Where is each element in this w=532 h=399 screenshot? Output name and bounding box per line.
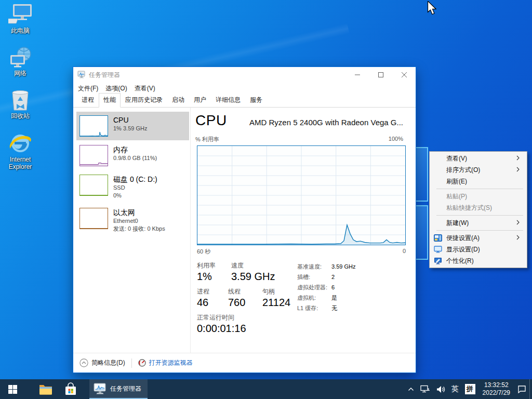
performance-sidebar: CPU 1% 3.59 GHz 内存 0.9/8.0 GB (11%) 磁盘 <box>73 108 191 353</box>
tab-processes[interactable]: 进程 <box>77 93 99 108</box>
sidebar-cpu-stats: 1% 3.59 GHz <box>113 125 147 132</box>
network-icon <box>8 46 32 69</box>
taskbar: 任务管理器 英 拼 13:32:52 2022/7/29 <box>0 379 532 399</box>
detail-l1-cache-label: L1 缓存: <box>297 303 331 313</box>
taskbar-task-manager-button[interactable]: 任务管理器 <box>89 379 148 399</box>
context-menu-sort-by[interactable]: 排序方式(O) <box>430 164 527 176</box>
tab-users[interactable]: 用户 <box>189 93 211 108</box>
sidebar-item-disk[interactable]: 磁盘 0 (C: D:) SSD 0% <box>76 171 189 203</box>
context-menu-quick-settings[interactable]: 便捷设置(A) <box>430 232 527 244</box>
menu-options[interactable]: 选项(O) <box>105 84 127 93</box>
sidebar-item-ethernet[interactable]: 以太网 Ethernet0 发送: 0 接收: 0 Kbps <box>76 204 189 236</box>
taskbar-file-explorer-button[interactable] <box>33 379 58 399</box>
minimize-icon <box>355 72 360 77</box>
desktop-icon-internet-explorer[interactable]: Internet Explorer <box>1 131 39 170</box>
stat-threads-value: 760 <box>228 296 255 309</box>
task-manager-footer: 简略信息(D) 打开资源监视器 <box>73 353 416 373</box>
display-settings-icon <box>434 246 442 253</box>
context-menu-display-settings[interactable]: 显示设置(D) <box>430 244 527 255</box>
open-resource-monitor-link[interactable]: 打开资源监视器 <box>138 358 193 367</box>
context-menu-refresh[interactable]: 刷新(E) <box>430 176 527 187</box>
taskbar-store-button[interactable] <box>58 379 83 399</box>
chevron-up-icon <box>408 387 414 391</box>
detail-virtual-processors-value: 6 <box>331 282 335 292</box>
start-button[interactable] <box>0 379 25 399</box>
menu-view[interactable]: 查看(V) <box>135 84 155 93</box>
tray-volume-icon[interactable] <box>433 379 448 399</box>
task-manager-app-icon <box>77 71 86 79</box>
sidebar-cpu-title: CPU <box>113 115 147 125</box>
tab-app-history[interactable]: 应用历史记录 <box>121 93 167 108</box>
desktop-icon-network[interactable]: 网络 <box>1 46 39 77</box>
mouse-cursor <box>427 1 436 15</box>
desktop-icon-recycle-bin[interactable]: 回收站 <box>1 88 39 119</box>
maximize-icon <box>378 72 383 77</box>
close-button[interactable] <box>392 67 416 83</box>
cpu-utilization-chart <box>197 145 406 245</box>
title-bar[interactable]: 任务管理器 <box>73 67 416 83</box>
context-menu-paste-shortcut: 粘贴快捷方式(S) <box>430 202 527 214</box>
tray-overflow-chevron[interactable] <box>405 379 417 399</box>
stat-processes-label: 进程 <box>197 287 221 296</box>
chart-x-left-label: 60 秒 <box>197 248 210 256</box>
detail-base-speed-label: 基准速度: <box>297 261 331 272</box>
recycle-bin-icon <box>9 88 31 111</box>
stat-uptime-label: 正常运行时间 <box>197 313 320 322</box>
tab-services[interactable]: 服务 <box>245 93 267 108</box>
tray-network-icon[interactable] <box>417 379 433 399</box>
context-menu-view[interactable]: 查看(V) <box>430 153 527 164</box>
maximize-button[interactable] <box>369 67 392 83</box>
menu-file[interactable]: 文件(F) <box>78 84 98 93</box>
stat-threads-label: 线程 <box>228 287 255 296</box>
show-desktop-button[interactable] <box>529 379 532 399</box>
action-center-button[interactable] <box>514 379 529 399</box>
tray-ime-mode[interactable]: 拼 <box>462 379 478 399</box>
sidebar-item-memory[interactable]: 内存 0.9/8.0 GB (11%) <box>76 141 189 170</box>
sidebar-ethernet-title: 以太网 <box>113 208 165 217</box>
sidebar-item-cpu[interactable]: CPU 1% 3.59 GHz <box>76 112 189 140</box>
task-manager-taskbar-icon <box>94 382 107 395</box>
submenu-arrow-icon <box>516 155 520 161</box>
submenu-arrow-icon <box>516 220 520 225</box>
tab-performance[interactable]: 性能 <box>99 93 121 108</box>
sidebar-memory-stats: 0.9/8.0 GB (11%) <box>113 154 157 162</box>
quick-settings-icon <box>434 234 442 242</box>
minimize-button[interactable] <box>345 67 369 83</box>
chart-y-max-label: 100% <box>389 136 403 143</box>
summary-view-toggle[interactable]: 简略信息(D) <box>79 358 125 367</box>
tray-clock[interactable]: 13:32:52 2022/7/29 <box>478 381 514 397</box>
chart-x-right-label: 0 <box>403 248 406 256</box>
sidebar-ethernet-stats: 发送: 0 接收: 0 Kbps <box>113 225 165 233</box>
close-icon <box>402 72 407 77</box>
context-menu-new[interactable]: 新建(W) <box>430 217 527 229</box>
stat-speed-value: 3.59 GHz <box>231 270 275 283</box>
sidebar-memory-title: 内存 <box>113 145 157 154</box>
context-menu-personalize[interactable]: 个性化(R) <box>430 255 527 267</box>
sidebar-disk-type: SSD <box>113 184 157 192</box>
tab-details[interactable]: 详细信息 <box>211 93 245 108</box>
stat-utilization-value: 1% <box>197 270 224 283</box>
network-status-icon <box>420 385 430 393</box>
stat-uptime-value: 0:00:01:16 <box>197 322 320 335</box>
performance-main-pane: CPU AMD Ryzen 5 2400G with Radeon Vega G… <box>191 108 416 353</box>
clock-time: 13:32:52 <box>483 381 510 389</box>
ime-pinyin-badge: 拼 <box>465 384 475 394</box>
ethernet-thumbnail-chart <box>79 208 108 229</box>
desktop-icon-label: Internet Explorer <box>1 156 39 170</box>
internet-explorer-icon <box>8 131 32 155</box>
cpu-thumbnail-chart <box>79 115 108 137</box>
context-menu-separator <box>436 189 523 189</box>
desktop-icon-this-pc[interactable]: 此电脑 <box>1 3 39 34</box>
context-menu-separator <box>436 215 523 216</box>
desktop-icon-label: 此电脑 <box>1 27 39 34</box>
microsoft-store-icon <box>64 382 77 396</box>
tab-startup[interactable]: 启动 <box>167 93 189 108</box>
personalize-icon <box>434 257 442 264</box>
detail-virtual-processors-label: 虚拟处理器: <box>297 282 331 292</box>
detail-sockets-label: 插槽: <box>297 272 331 282</box>
submenu-arrow-icon <box>516 167 520 172</box>
context-menu-separator <box>436 230 523 231</box>
sidebar-disk-stats: 0% <box>113 192 157 200</box>
clock-date: 2022/7/29 <box>483 389 510 397</box>
tray-input-language[interactable]: 英 <box>448 379 462 399</box>
